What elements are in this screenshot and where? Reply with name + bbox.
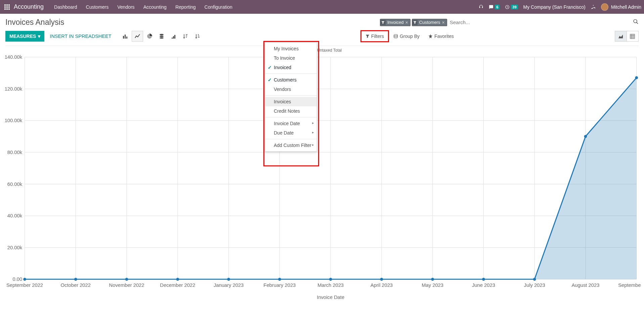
voip-icon[interactable] — [476, 0, 486, 14]
chart-container: Untaxed Total 0.0020.00k40.00k60.00k80.0… — [0, 45, 644, 46]
close-icon[interactable]: × — [405, 20, 408, 25]
search-icon[interactable] — [633, 19, 639, 26]
username: Mitchell Admin — [611, 4, 641, 10]
messages-badge: 6 — [495, 5, 500, 9]
svg-rect-13 — [125, 35, 126, 39]
sort-asc-num-icon[interactable] — [192, 31, 204, 42]
svg-rect-12 — [123, 36, 124, 39]
insert-spreadsheet-button[interactable]: INSERT IN SPREADSHEET — [46, 31, 115, 42]
main-navbar: Accounting Dashboard Customers Vendors A… — [0, 0, 644, 14]
svg-point-16 — [160, 36, 164, 37]
funnel-icon — [412, 20, 418, 25]
svg-rect-3 — [4, 6, 6, 8]
nav-reporting[interactable]: Reporting — [171, 0, 200, 14]
svg-rect-14 — [126, 37, 127, 39]
svg-rect-20 — [174, 35, 175, 39]
app-brand[interactable]: Accounting — [14, 3, 50, 10]
svg-point-15 — [160, 34, 164, 35]
svg-point-21 — [394, 35, 398, 36]
sort-asc-icon[interactable] — [168, 31, 179, 42]
line-chart-icon[interactable] — [132, 31, 143, 42]
control-panel: Invoices Analysis Invoiced × Customers ×… — [0, 14, 644, 46]
filters-button[interactable]: Filters — [360, 30, 389, 42]
svg-rect-0 — [4, 4, 6, 6]
caret-down-icon: ▾ — [38, 34, 40, 39]
page-title: Invoices Analysis — [5, 18, 373, 27]
svg-rect-6 — [4, 8, 6, 10]
search-bar: Invoiced × Customers × — [380, 18, 639, 27]
sort-desc-num-icon[interactable] — [180, 31, 191, 42]
pie-chart-icon[interactable] — [144, 31, 155, 42]
favorites-label: Favorites — [434, 34, 454, 39]
avatar — [601, 3, 608, 11]
company-selector[interactable]: My Company (San Francisco) — [521, 0, 588, 14]
measures-button[interactable]: MEASURES ▾ — [5, 31, 44, 42]
svg-rect-4 — [6, 6, 8, 8]
filter-my-invoices[interactable]: My Invoices — [265, 44, 317, 46]
facet-invoiced[interactable]: Invoiced × — [380, 19, 411, 26]
nav-customers[interactable]: Customers — [82, 0, 113, 14]
svg-rect-2 — [8, 4, 10, 6]
activities-badge: 39 — [511, 5, 518, 9]
filters-label: Filters — [371, 34, 384, 39]
svg-rect-5 — [8, 6, 10, 8]
nav-configuration[interactable]: Configuration — [200, 0, 237, 14]
measures-label: MEASURES — [9, 34, 36, 39]
pivot-view-icon[interactable] — [627, 31, 639, 42]
messaging-icon[interactable]: 6 — [486, 0, 502, 14]
svg-rect-19 — [173, 36, 174, 39]
close-icon[interactable]: × — [442, 20, 444, 25]
svg-point-17 — [160, 37, 164, 39]
search-tool-buttons: Filters Group By Favorites — [360, 30, 458, 42]
facet-label: Invoiced — [387, 20, 403, 25]
view-switcher — [615, 31, 639, 42]
user-menu[interactable]: Mitchell Admin — [598, 0, 644, 14]
filters-dropdown: My Invoices To Invoice Invoiced Customer… — [265, 42, 317, 46]
svg-rect-8 — [8, 8, 10, 10]
svg-line-11 — [637, 22, 638, 24]
facet-label: Customers — [419, 20, 440, 25]
facet-customers[interactable]: Customers × — [412, 19, 447, 26]
chart-type-buttons — [120, 31, 204, 42]
nav-vendors[interactable]: Vendors — [113, 0, 139, 14]
nav-dashboard[interactable]: Dashboard — [50, 0, 82, 14]
svg-rect-1 — [6, 4, 8, 6]
search-input[interactable] — [448, 18, 633, 27]
stacked-icon[interactable] — [156, 31, 167, 42]
bar-chart-icon[interactable] — [120, 31, 131, 42]
debug-icon[interactable] — [588, 0, 598, 14]
nav-accounting[interactable]: Accounting — [139, 0, 171, 14]
groupby-button[interactable]: Group By — [389, 31, 424, 42]
activities-icon[interactable]: 39 — [502, 0, 520, 14]
svg-rect-22 — [630, 34, 635, 38]
svg-rect-7 — [6, 8, 8, 10]
svg-point-10 — [634, 19, 637, 23]
groupby-label: Group By — [400, 34, 420, 39]
svg-rect-18 — [172, 38, 173, 39]
graph-view-icon[interactable] — [615, 31, 627, 42]
favorites-button[interactable]: Favorites — [424, 31, 458, 42]
apps-icon[interactable] — [0, 0, 14, 14]
funnel-icon — [380, 20, 386, 25]
